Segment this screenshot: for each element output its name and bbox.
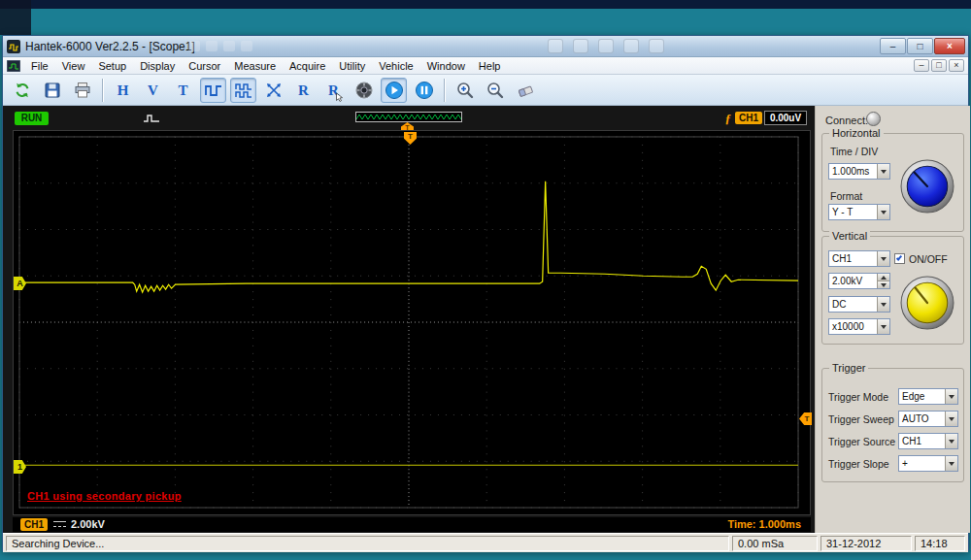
pause-icon — [415, 81, 434, 100]
channel-select[interactable]: CH1 — [828, 250, 890, 267]
ch1-scale-value: 2.00kV — [71, 518, 105, 530]
trigger-mode-select[interactable]: Edge — [898, 388, 958, 405]
scope-screen[interactable]: A 1 T T CH1 using secondary pickup — [13, 130, 811, 515]
vertical-position-knob[interactable] — [900, 276, 954, 330]
probe-select[interactable]: x10000 — [828, 318, 890, 335]
menu-display[interactable]: Display — [133, 57, 182, 75]
vertical-panel-button[interactable]: V — [140, 78, 166, 103]
ref-cursor-button[interactable]: R — [320, 78, 347, 103]
trigger-panel-button[interactable]: T — [170, 78, 196, 103]
trigger-slope-select[interactable]: + — [898, 455, 958, 472]
horizontal-panel-button[interactable]: H — [110, 78, 136, 103]
minimize-button[interactable]: – — [880, 38, 906, 54]
mdi-close-button[interactable]: × — [949, 59, 964, 72]
vertical-group: Vertical CH1 ON/OFF 2.00kV DC — [821, 236, 964, 345]
scope-window-icon — [7, 60, 20, 72]
waveform-display-button[interactable] — [200, 78, 226, 103]
dc-coupling-icon — [53, 520, 66, 529]
menu-cursor[interactable]: Cursor — [182, 57, 227, 75]
spin-up-icon[interactable] — [877, 274, 889, 280]
timebase-knob[interactable] — [900, 159, 954, 214]
zoom-in-button[interactable] — [452, 78, 478, 103]
wave2-icon — [234, 81, 253, 100]
toolbar-separator — [102, 79, 104, 102]
trigger-preview-wave — [356, 113, 461, 121]
ref-waveform-icon: R — [294, 81, 314, 100]
mdi-restore-button[interactable]: □ — [931, 59, 947, 72]
trigger-sweep-select[interactable]: AUTO — [898, 411, 958, 427]
overlay-icon — [649, 39, 664, 53]
cursor-icon — [335, 92, 345, 102]
format-select[interactable]: Y - T — [828, 204, 890, 220]
menu-setup[interactable]: Setup — [91, 57, 133, 75]
trigger-mode-label: Trigger Mode — [828, 391, 888, 403]
play-icon — [385, 81, 404, 100]
overlay-icon — [241, 41, 252, 51]
overlay-icon — [223, 41, 235, 51]
print-icon — [73, 81, 92, 100]
erase-button[interactable] — [512, 78, 538, 103]
time-div-label: Time / DIV — [830, 146, 878, 157]
app-icon — [7, 40, 20, 53]
toolbar-separator — [444, 79, 446, 102]
menu-window[interactable]: Window — [420, 57, 472, 75]
xy-display-button[interactable] — [260, 78, 286, 103]
trigger-mode-value: Edge — [902, 391, 924, 402]
save-button[interactable] — [39, 78, 65, 103]
trigger-source-select[interactable]: CH1 — [898, 433, 958, 449]
spinner-buttons[interactable] — [877, 274, 889, 288]
menu-file[interactable]: File — [24, 57, 55, 75]
menu-view[interactable]: View — [55, 57, 92, 75]
checkmark-icon — [896, 254, 902, 261]
desktop-top-strip — [0, 0, 971, 9]
spin-down-icon[interactable] — [877, 280, 889, 288]
chevron-down-icon — [945, 389, 957, 404]
title-bar[interactable]: Hantek-6000 Ver2.2.5 - [Scope1] – □ × — [3, 36, 968, 57]
self-calibration-button[interactable] — [351, 78, 377, 103]
mdi-window-controls: – □ × — [914, 59, 964, 72]
connect-label: Connect: — [825, 115, 868, 126]
coupling-select[interactable]: DC — [828, 296, 890, 313]
menu-acquire[interactable]: Acquire — [283, 57, 332, 75]
window-controls: – □ × — [880, 38, 965, 54]
vertical-group-label: Vertical — [829, 230, 870, 242]
chevron-down-icon — [877, 297, 889, 312]
overlay-icon — [548, 39, 563, 53]
trigger-group-label: Trigger — [829, 362, 868, 374]
start-button[interactable] — [381, 78, 407, 103]
menu-vehicle[interactable]: Vehicle — [372, 57, 419, 75]
print-button[interactable] — [69, 78, 95, 103]
dual-waveform-button[interactable] — [230, 78, 256, 103]
trigger-position-slider[interactable] — [355, 112, 462, 122]
erase-icon — [516, 81, 535, 100]
volts-div-spinner[interactable]: 2.00kV — [828, 273, 890, 289]
status-message: Searching Device... — [6, 536, 729, 551]
menu-items: FileViewSetupDisplayCursorMeasureAcquire… — [24, 57, 507, 74]
close-button[interactable]: × — [934, 38, 965, 54]
channel-onoff-checkbox[interactable] — [894, 253, 905, 264]
toolbar: HVTRR — [3, 75, 968, 106]
trigger-source-label: Trigger Source — [828, 436, 895, 447]
menu-utility[interactable]: Utility — [332, 57, 372, 75]
format-value: Y - T — [832, 207, 853, 217]
overlay-icon — [573, 39, 588, 53]
menu-help[interactable]: Help — [472, 57, 508, 75]
pause-button[interactable] — [411, 78, 437, 103]
maximize-button[interactable]: □ — [907, 38, 933, 54]
channel-value: CH1 — [832, 253, 852, 264]
mdi-minimize-button[interactable]: – — [914, 59, 929, 72]
overlay-icon — [598, 39, 614, 53]
status-time: 14:18 — [915, 536, 965, 551]
ref-waveform-button[interactable]: R — [290, 78, 317, 103]
trigger-channel-badge: CH1 — [735, 112, 762, 124]
trigger-sweep-label: Trigger Sweep — [828, 413, 894, 425]
time-div-select[interactable]: 1.000ms — [828, 163, 890, 180]
desktop: Hantek-6000 Ver2.2.5 - [Scope1] – □ × — [0, 0, 971, 560]
zoom-out-button[interactable] — [482, 78, 508, 103]
connect-indicator[interactable] — [866, 112, 881, 126]
vertical-panel-icon: V — [144, 81, 163, 100]
open-button[interactable] — [9, 78, 35, 103]
scope-warning-text: CH1 using secondary pickup — [27, 490, 182, 502]
menu-measure[interactable]: Measure — [227, 57, 283, 75]
run-bar: RUN T ƒ CH1 0.00uV — [9, 110, 809, 127]
